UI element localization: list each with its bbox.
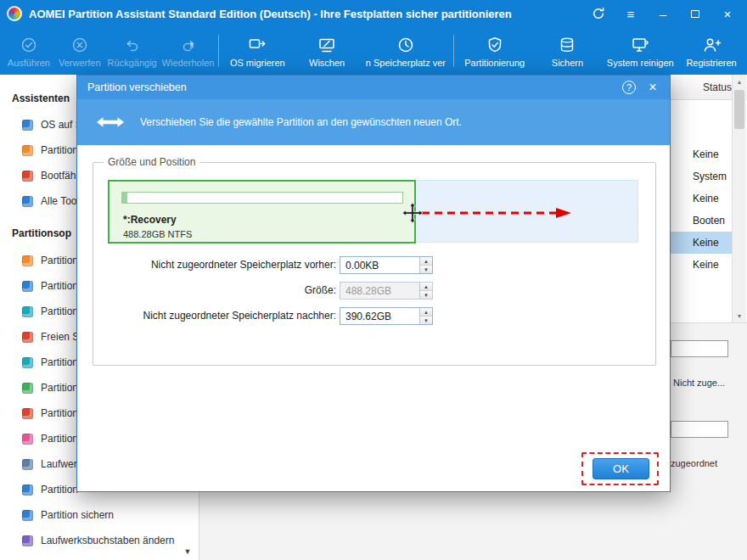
merge-icon [22,281,33,292]
groupbox-label: Größe und Position [104,156,199,168]
sidebar-item-change-drive-letter[interactable]: Laufwerksbuchstaben ändern [0,528,199,553]
sidebar-scroll-down-icon[interactable]: ▼ [180,545,195,558]
disk-bar[interactable] [671,340,728,357]
partition-usage-bar [121,192,403,204]
partition-usage-fill [122,193,127,203]
partition-visualization: *:Recovery 488.28GB NTFS [108,180,638,243]
maximize-button[interactable] [682,0,708,27]
monitor-icon [22,120,33,131]
check-partition-icon [22,510,33,521]
toolbar-undo-button[interactable]: Rückgängig [105,27,160,75]
window-title: AOMEI Partition Assistant Standard Editi… [29,8,579,20]
titlebar: AOMEI Partition Assistant Standard Editi… [0,0,747,27]
toolbar-redo-button[interactable]: Wiederholen [160,27,217,75]
status-cell: Booten [693,215,725,227]
ok-button[interactable]: OK [593,458,649,479]
sidebar-item-check-partition[interactable]: Partition sichern [0,502,199,528]
toolbar-wipe-button[interactable]: Wischen [294,27,360,75]
status-cell: System [693,171,727,182]
app-window: AOMEI Partition Assistant Standard Editi… [0,0,747,560]
delete-icon [22,408,33,419]
drive-letter-icon [22,535,33,546]
disk-bar[interactable] [671,421,728,438]
move-arrow-icon [96,115,125,130]
scroll-up-icon[interactable]: ▲ [733,75,746,88]
allocate-icon [22,332,33,343]
register-user-icon [702,35,721,55]
maximize-icon [691,10,699,18]
move-partition-dialog: Partition verschieben ? × Verschieben Si… [76,75,671,492]
spinner[interactable]: ▲▼ [419,308,432,324]
spinner-down-icon: ▼ [420,290,432,299]
disk-label: Nicht zuge... [673,378,725,388]
size-label: Größe: [100,284,336,296]
clock-icon [396,35,415,55]
disk-label: zugeordnet [671,458,717,468]
partition-size: 488.28GB NTFS [123,229,192,239]
format-icon [22,434,33,445]
status-cell: Keine [693,237,719,249]
aomei-logo-icon [7,6,22,21]
backup-icon [558,35,576,55]
toolbar-apply-button[interactable]: Ausführen [3,27,54,75]
scroll-thumb[interactable] [734,90,744,129]
toolbar-partitioning-button[interactable]: Partitionierung [456,27,534,75]
menu-icon[interactable]: ≡ [618,0,643,27]
size-position-group: Größe und Position *:Recovery 488.28GB N… [93,162,656,366]
status-column-header[interactable]: Status [703,75,732,100]
help-icon[interactable]: ? [622,81,636,94]
partition-wizard-icon [22,145,33,156]
space-before-label: Nicht zugeordneter Speicherplatz vorher: [100,259,336,271]
discard-x-icon [70,35,89,55]
dialog-close-icon[interactable]: × [644,79,661,96]
status-cell: Keine [693,193,719,204]
toolbar-allocate-space-button[interactable]: n Speicherplatz ver [360,27,452,75]
dialog-titlebar[interactable]: Partition verschieben [77,76,670,99]
spinner-up-icon[interactable]: ▲ [420,257,432,265]
drive-icon [22,459,33,470]
clean-system-icon [631,35,649,55]
toolbar-clean-system-button[interactable]: System reinigen [601,27,679,75]
toolbar-backup-button[interactable]: Sichern [534,27,602,75]
toolbar-discard-button[interactable]: Verwerfen [54,27,105,75]
toolbar-migrate-os-button[interactable]: OS migrieren [221,27,294,75]
partition-name: *:Recovery [123,214,177,226]
spinner[interactable]: ▲▼ [419,257,432,273]
spinner-down-icon[interactable]: ▼ [420,316,432,324]
toolbar-register-button[interactable]: Registrieren [679,27,744,75]
align-icon [22,484,33,496]
space-before-field[interactable]: ▲▼ [340,256,433,274]
refresh-icon[interactable] [586,0,611,27]
close-button[interactable]: × [715,0,740,27]
undo-icon [123,35,142,55]
toolbar: Ausführen Verwerfen Rückgängig Wiederhol… [0,27,747,75]
table-scrollbar[interactable]: ▲ ▼ [732,75,746,322]
minimize-button[interactable]: – [650,0,676,27]
status-cell: Keine [693,259,719,271]
space-after-label: Nicht zugeordneter Speicherplatz nachher… [100,310,336,322]
spinner-up-icon[interactable]: ▲ [420,308,432,316]
toolbar-separator [218,35,219,67]
move-cursor-icon[interactable] [402,202,424,224]
shield-icon [486,35,504,55]
boot-media-icon [22,171,33,182]
dialog-description: Verschieben Sie die gewählte Partition a… [140,116,462,128]
spinner-down-icon[interactable]: ▼ [420,265,432,273]
dialog-title: Partition verschieben [87,81,187,93]
copy-icon [22,357,33,368]
drag-direction-arrow [420,206,573,220]
spinner: ▲▼ [419,283,432,299]
status-cell: Keine [693,148,719,160]
spinner-up-icon: ▲ [420,283,432,290]
size-field: ▲▼ [340,282,433,300]
wipe-icon [317,35,336,55]
resize-icon [22,255,33,266]
redo-icon [179,35,198,55]
scroll-down-icon[interactable]: ▼ [733,309,746,322]
migrate-os-icon [248,35,267,55]
space-after-field[interactable]: ▲▼ [340,307,433,325]
partition-block[interactable]: *:Recovery 488.28GB NTFS [108,180,416,244]
run-check-icon [20,35,38,55]
label-icon [22,383,33,394]
split-icon [22,306,33,317]
